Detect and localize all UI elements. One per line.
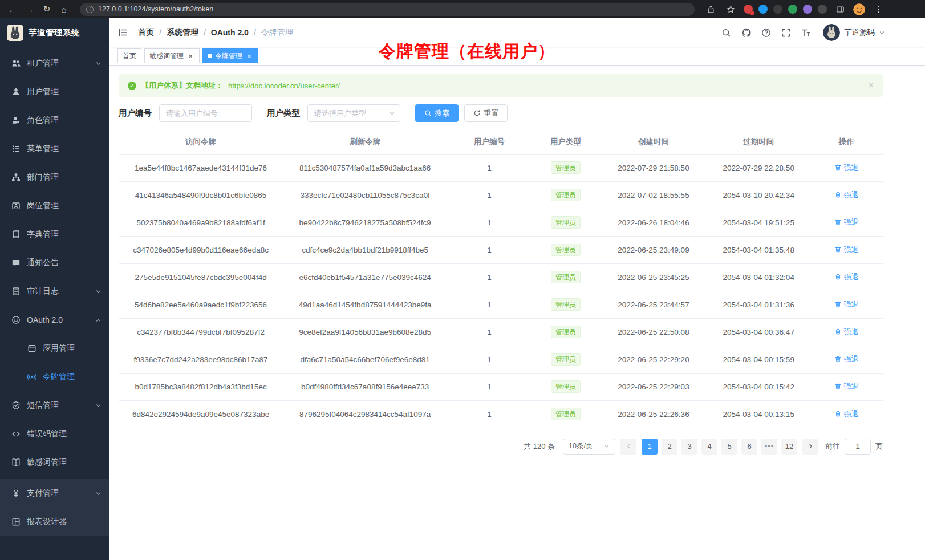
extension-blue-icon[interactable] <box>758 5 768 14</box>
reload-icon[interactable]: ↻ <box>40 2 54 16</box>
expire-time-cell: 2054-03-04 00:36:47 <box>707 318 810 346</box>
sidebar-item-3[interactable]: 菜单管理 <box>0 135 109 163</box>
extension-paw-icon[interactable] <box>818 5 827 14</box>
browser-profile-avatar[interactable] <box>853 3 865 15</box>
goto-page: 前往 页 <box>825 439 883 455</box>
sidebar-item-10[interactable]: 应用管理 <box>0 334 109 363</box>
oauth-icon <box>11 315 21 325</box>
search-icon[interactable] <box>720 27 732 38</box>
user-type-cell: 管理员 <box>532 209 601 236</box>
goto-page-input[interactable] <box>845 439 871 455</box>
sidebar-collapse-icon[interactable] <box>118 27 129 38</box>
bookmark-star-icon[interactable] <box>724 2 737 16</box>
address-bar[interactable]: i 127.0.0.1:1024/system/oauth2/token <box>80 3 695 16</box>
close-icon[interactable]: × <box>186 52 194 60</box>
force-logout-button[interactable]: 强退 <box>834 190 859 200</box>
sidebar-item-5[interactable]: 岗位管理 <box>0 192 109 220</box>
breadcrumb-item-1[interactable]: 系统管理 <box>167 27 198 38</box>
forward-icon[interactable]: → <box>23 2 36 16</box>
github-icon[interactable] <box>740 27 752 38</box>
force-logout-button[interactable]: 强退 <box>834 382 859 392</box>
sidebar-item-12[interactable]: 短信管理 <box>0 391 109 420</box>
force-logout-button[interactable]: 强退 <box>834 272 859 282</box>
force-logout-button[interactable]: 强退 <box>834 299 859 310</box>
more-pages-button[interactable]: ••• <box>761 439 777 455</box>
prev-page-button[interactable] <box>620 439 636 455</box>
tab-0[interactable]: 首页 <box>117 48 141 63</box>
user-type-cell: 管理员 <box>532 236 601 263</box>
reset-button[interactable]: 重置 <box>464 104 508 122</box>
sidebar-item-15[interactable]: 支付管理 <box>0 479 109 508</box>
page-buttons: 123456•••12 <box>642 439 797 455</box>
doc-link[interactable]: https://doc.iocoder.cn/user-center/ <box>228 82 340 90</box>
share-icon[interactable] <box>704 2 717 16</box>
breadcrumb-item-0[interactable]: 首页 <box>138 27 154 38</box>
page-button-12[interactable]: 12 <box>781 439 797 455</box>
search-button[interactable]: 搜索 <box>415 104 459 122</box>
user-type-badge: 管理员 <box>551 271 581 283</box>
search-button-label: 搜索 <box>435 108 449 119</box>
sidebar-item-1[interactable]: 用户管理 <box>0 78 109 106</box>
extension-dark-icon[interactable] <box>773 5 782 14</box>
page-button-3[interactable]: 3 <box>681 439 697 455</box>
user-menu[interactable]: 芋道源码 <box>823 24 885 41</box>
page-button-4[interactable]: 4 <box>701 439 717 455</box>
refresh-token-cell: e6cfd40eb1f54571a31e775e039c4624 <box>283 263 447 291</box>
user-id-input[interactable] <box>159 104 252 122</box>
browser-menu-icon[interactable] <box>871 2 885 16</box>
sidebar-item-11[interactable]: 令牌管理 <box>0 363 109 391</box>
sidebar-item-7[interactable]: 通知公告 <box>0 249 109 277</box>
sidebar-item-14[interactable]: 敏感词管理 <box>0 448 109 477</box>
sidebar-item-6[interactable]: 字典管理 <box>0 220 109 249</box>
page-button-5[interactable]: 5 <box>721 439 737 455</box>
page-button-2[interactable]: 2 <box>662 439 677 455</box>
alert-close-icon[interactable]: × <box>869 81 874 90</box>
app-logo[interactable]: 芋道管理系统 <box>0 18 109 47</box>
breadcrumb-separator: / <box>159 28 161 37</box>
sidebar-item-16[interactable]: 报表设计器 <box>0 508 109 536</box>
force-logout-label: 强退 <box>844 163 859 173</box>
user-id-cell: 1 <box>447 236 531 263</box>
force-logout-button[interactable]: 强退 <box>834 245 859 255</box>
sidebar-item-9[interactable]: OAuth 2.0 <box>0 306 109 334</box>
tab-2[interactable]: 令牌管理 × <box>202 48 258 63</box>
user-id-cell: 1 <box>447 181 531 209</box>
breadcrumb-item-2[interactable]: OAuth 2.0 <box>211 28 249 37</box>
sidebar-item-label: 租户管理 <box>27 58 95 68</box>
force-logout-button[interactable]: 强退 <box>834 327 859 337</box>
force-logout-button[interactable]: 强退 <box>834 409 859 419</box>
tab-1[interactable]: 敏感词管理 × <box>144 48 200 63</box>
sidebar-item-13[interactable]: 错误码管理 <box>0 420 109 448</box>
force-logout-label: 强退 <box>844 245 859 255</box>
close-icon[interactable]: × <box>245 52 253 60</box>
force-logout-button[interactable]: 强退 <box>834 217 859 228</box>
user-type-select-input[interactable] <box>307 104 400 122</box>
sidebar-item-4[interactable]: 部门管理 <box>0 163 109 192</box>
next-page-button[interactable] <box>802 439 818 455</box>
font-size-icon[interactable] <box>800 27 812 38</box>
home-icon[interactable]: ⌂ <box>57 2 71 16</box>
sidebar-item-2[interactable]: 角色管理 <box>0 106 109 135</box>
user-type-select[interactable] <box>307 104 400 122</box>
sidebar-item-8[interactable]: 审计日志 <box>0 277 109 306</box>
sidebar-item-label: 角色管理 <box>27 115 102 125</box>
extension-colorful-icon[interactable] <box>803 5 812 14</box>
users-icon <box>11 59 21 68</box>
extension-green-icon[interactable] <box>788 5 797 14</box>
page-button-1[interactable]: 1 <box>642 439 658 455</box>
force-logout-button[interactable]: 强退 <box>834 354 859 364</box>
sidebar-item-label: 支付管理 <box>27 488 95 498</box>
sidebar-toggle-icon[interactable] <box>833 2 847 16</box>
back-icon[interactable]: ← <box>6 2 19 16</box>
force-logout-button[interactable]: 强退 <box>834 163 859 173</box>
page-button-6[interactable]: 6 <box>741 439 757 455</box>
browser-chrome: ← → ↻ ⌂ i 127.0.0.1:1024/system/oauth2/t… <box>0 0 925 18</box>
fullscreen-icon[interactable] <box>780 27 792 38</box>
extension-grid-icon[interactable] <box>744 5 753 14</box>
page-size-select[interactable]: 10条/页 <box>563 439 615 455</box>
expire-time-cell: 2054-03-04 00:15:42 <box>707 373 810 400</box>
user-id-cell: 1 <box>447 291 531 318</box>
site-info-icon[interactable]: i <box>86 6 94 13</box>
help-icon[interactable] <box>760 27 772 38</box>
sidebar-item-0[interactable]: 租户管理 <box>0 49 109 78</box>
